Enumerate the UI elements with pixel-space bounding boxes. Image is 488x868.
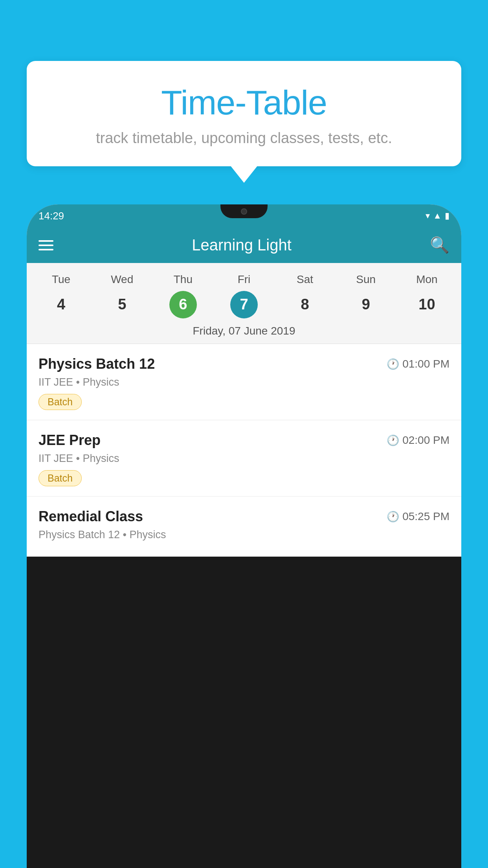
camera (241, 208, 247, 215)
class-name-1: Physics Batch 12 (39, 356, 155, 372)
class-name-2: JEE Prep (39, 432, 101, 449)
status-bar: 14:29 ▾ ▲ ▮ (27, 204, 461, 227)
class-header-3: Remedial Class 🕐 05:25 PM (39, 508, 449, 525)
status-time: 14:29 (39, 210, 64, 222)
signal-icon: ▲ (433, 211, 442, 221)
time-text-3: 05:25 PM (402, 510, 449, 523)
hamburger-button[interactable] (39, 240, 53, 250)
date-8[interactable]: 8 (275, 292, 336, 317)
card-title: Time-Table (50, 83, 438, 123)
day-mon: Mon (396, 271, 457, 288)
card-subtitle: track timetable, upcoming classes, tests… (50, 130, 438, 147)
class-item-2[interactable]: JEE Prep 🕐 02:00 PM IIT JEE • Physics Ba… (27, 420, 461, 497)
class-header-1: Physics Batch 12 🕐 01:00 PM (39, 356, 449, 372)
notch (220, 204, 268, 218)
time-text-2: 02:00 PM (402, 434, 449, 447)
clock-icon-2: 🕐 (387, 434, 399, 447)
class-time-3: 🕐 05:25 PM (387, 510, 449, 523)
calendar-section: Tue Wed Thu Fri Sat Sun Mon 4 5 6 7 8 9 … (27, 263, 461, 344)
day-headers: Tue Wed Thu Fri Sat Sun Mon (27, 271, 461, 288)
date-4[interactable]: 4 (31, 292, 92, 317)
class-time-2: 🕐 02:00 PM (387, 434, 449, 447)
batch-badge-2: Batch (39, 470, 82, 486)
date-6[interactable]: 6 (152, 292, 213, 317)
app-header: Learning Light 🔍 (27, 227, 461, 263)
phone-screen: 14:29 ▾ ▲ ▮ Learning Light 🔍 Tue Wed Thu (27, 204, 461, 557)
search-button[interactable]: 🔍 (430, 236, 449, 254)
class-subtitle-2: IIT JEE • Physics (39, 452, 449, 465)
day-fri: Fri (213, 271, 274, 288)
day-thu: Thu (152, 271, 213, 288)
app-title: Learning Light (53, 236, 430, 254)
battery-icon: ▮ (445, 211, 449, 221)
clock-icon-3: 🕐 (387, 511, 399, 523)
classes-list: Physics Batch 12 🕐 01:00 PM IIT JEE • Ph… (27, 344, 461, 557)
phone-frame: 14:29 ▾ ▲ ▮ Learning Light 🔍 Tue Wed Thu (27, 204, 461, 868)
class-item-3[interactable]: Remedial Class 🕐 05:25 PM Physics Batch … (27, 497, 461, 557)
status-icons: ▾ ▲ ▮ (426, 211, 449, 221)
day-tue: Tue (31, 271, 92, 288)
clock-icon-1: 🕐 (387, 358, 399, 370)
class-subtitle-3: Physics Batch 12 • Physics (39, 529, 449, 541)
date-7[interactable]: 7 (213, 292, 274, 317)
batch-badge-1: Batch (39, 394, 82, 410)
day-sat: Sat (275, 271, 336, 288)
intro-card: Time-Table track timetable, upcoming cla… (27, 61, 461, 166)
class-item-1[interactable]: Physics Batch 12 🕐 01:00 PM IIT JEE • Ph… (27, 344, 461, 420)
day-wed: Wed (92, 271, 152, 288)
time-text-1: 01:00 PM (402, 358, 449, 370)
date-10[interactable]: 10 (396, 292, 457, 317)
class-time-1: 🕐 01:00 PM (387, 358, 449, 370)
class-header-2: JEE Prep 🕐 02:00 PM (39, 432, 449, 449)
class-subtitle-1: IIT JEE • Physics (39, 376, 449, 388)
class-name-3: Remedial Class (39, 508, 143, 525)
selected-date-label: Friday, 07 June 2019 (27, 322, 461, 344)
date-9[interactable]: 9 (336, 292, 396, 317)
wifi-icon: ▾ (426, 211, 430, 221)
day-sun: Sun (336, 271, 396, 288)
date-5[interactable]: 5 (92, 292, 152, 317)
day-numbers: 4 5 6 7 8 9 10 (27, 292, 461, 317)
